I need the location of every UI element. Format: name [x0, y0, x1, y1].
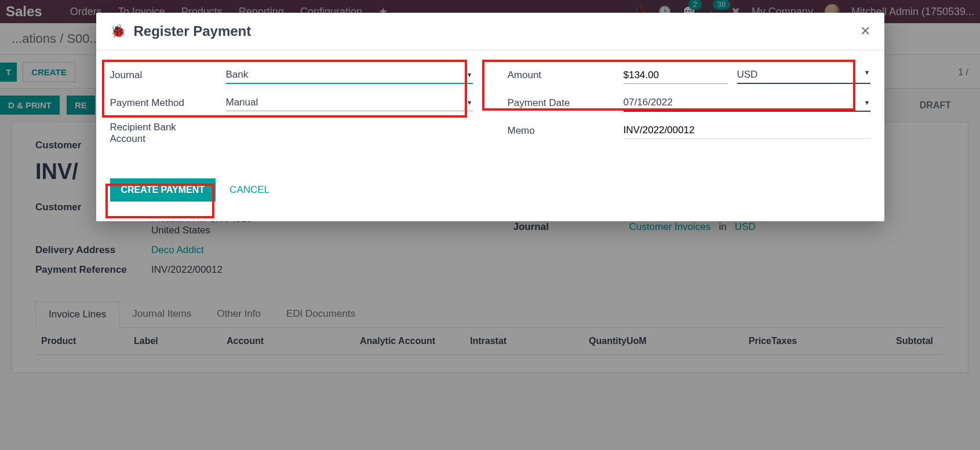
- caret-down-icon: ▼: [467, 71, 473, 78]
- modal-overlay: 🐞 Register Payment ✕ Journal Bank ▼: [0, 0, 980, 450]
- caret-down-icon: ▼: [467, 99, 473, 106]
- cancel-button[interactable]: CANCEL: [229, 184, 269, 196]
- modal-body: Journal Bank ▼ Payment Method Manu: [96, 50, 884, 221]
- payment-method-label: Payment Method: [110, 97, 226, 109]
- payment-method-dropdown[interactable]: Manual ▼: [226, 94, 473, 111]
- amount-input[interactable]: [624, 67, 728, 84]
- payment-date-label: Payment Date: [508, 97, 624, 109]
- caret-down-icon: ▼: [864, 69, 870, 81]
- bug-icon[interactable]: 🐞: [110, 24, 126, 39]
- journal-dropdown-value: Bank: [226, 69, 249, 81]
- currency-value: USD: [737, 69, 758, 81]
- create-payment-button[interactable]: CREATE PAYMENT: [110, 178, 216, 202]
- payment-method-value: Manual: [226, 97, 258, 108]
- payment-date-value: 07/16/2022: [624, 97, 673, 108]
- currency-dropdown[interactable]: USD ▼: [737, 67, 870, 84]
- register-payment-modal: 🐞 Register Payment ✕ Journal Bank ▼: [96, 13, 884, 221]
- modal-title: Register Payment: [134, 23, 252, 39]
- journal-dropdown[interactable]: Bank ▼: [226, 67, 473, 84]
- journal-field-label: Journal: [110, 69, 226, 81]
- recipient-bank-label: Recipient Bank Account: [110, 122, 226, 145]
- modal-header: 🐞 Register Payment ✕: [96, 13, 884, 50]
- payment-date-input[interactable]: 07/16/2022 ▼: [624, 94, 870, 112]
- memo-label: Memo: [508, 125, 624, 137]
- close-icon[interactable]: ✕: [860, 24, 870, 39]
- amount-label: Amount: [508, 69, 624, 81]
- memo-input[interactable]: [624, 122, 870, 139]
- caret-down-icon: ▼: [864, 99, 870, 106]
